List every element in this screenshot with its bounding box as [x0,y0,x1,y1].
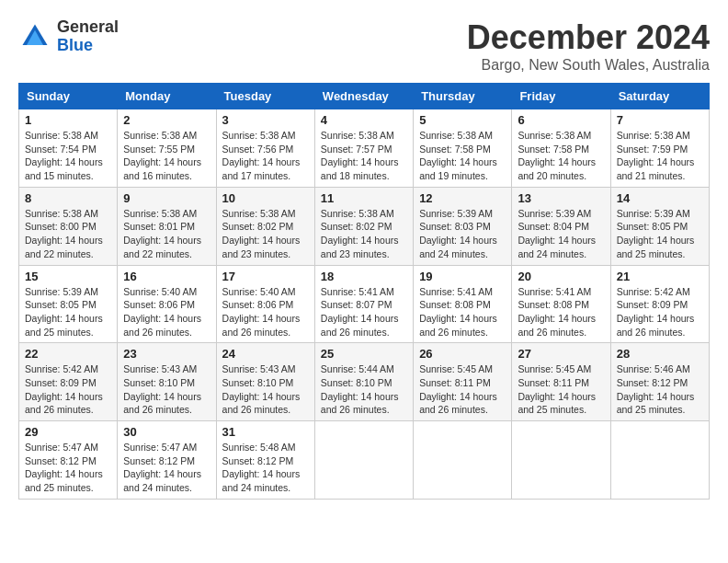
table-row: 25 Sunrise: 5:44 AMSunset: 8:10 PMDaylig… [314,343,413,421]
table-row: 20 Sunrise: 5:41 AMSunset: 8:08 PMDaylig… [512,265,610,343]
day-number: 6 [518,113,604,127]
day-info: Sunrise: 5:38 AMSunset: 8:01 PMDaylight:… [123,207,210,261]
calendar-table: Sunday Monday Tuesday Wednesday Thursday… [18,83,710,500]
table-row: 28 Sunrise: 5:46 AMSunset: 8:12 PMDaylig… [610,343,709,421]
day-info: Sunrise: 5:38 AMSunset: 7:58 PMDaylight:… [419,129,506,183]
day-number: 15 [25,270,111,283]
day-number: 16 [123,270,210,283]
day-info: Sunrise: 5:45 AMSunset: 8:11 PMDaylight:… [419,362,506,417]
month-title: December 2024 [467,18,710,57]
day-info: Sunrise: 5:39 AMSunset: 8:04 PMDaylight:… [518,207,604,261]
day-number: 26 [419,347,506,361]
table-row: 9 Sunrise: 5:38 AMSunset: 8:01 PMDayligh… [118,187,216,265]
day-number: 29 [25,425,111,439]
day-info: Sunrise: 5:48 AMSunset: 8:12 PMDaylight:… [222,441,309,495]
table-row: 6 Sunrise: 5:38 AMSunset: 7:58 PMDayligh… [512,109,610,188]
day-number: 4 [321,113,407,127]
logo-text: General Blue [57,18,119,55]
table-row: 23 Sunrise: 5:43 AMSunset: 8:10 PMDaylig… [118,343,216,421]
day-number: 5 [419,113,506,127]
page-header: General Blue December 2024 Bargo, New So… [18,18,710,74]
day-number: 11 [321,191,407,205]
day-info: Sunrise: 5:46 AMSunset: 8:12 PMDaylight:… [617,362,703,417]
logo: General Blue [18,18,119,55]
table-row [610,421,709,500]
table-row: 15 Sunrise: 5:39 AMSunset: 8:05 PMDaylig… [19,265,118,343]
day-number: 9 [123,191,210,205]
header-sunday: Sunday [19,84,118,109]
day-number: 8 [25,191,111,205]
logo-general: General [57,18,119,37]
day-info: Sunrise: 5:39 AMSunset: 8:03 PMDaylight:… [419,207,506,261]
day-number: 20 [518,270,604,283]
day-number: 24 [222,347,309,361]
day-number: 22 [25,347,111,361]
day-info: Sunrise: 5:47 AMSunset: 8:12 PMDaylight:… [25,441,111,495]
table-row: 29 Sunrise: 5:47 AMSunset: 8:12 PMDaylig… [19,421,118,500]
table-row: 30 Sunrise: 5:47 AMSunset: 8:12 PMDaylig… [118,421,216,500]
day-number: 31 [222,425,309,439]
table-row: 8 Sunrise: 5:38 AMSunset: 8:00 PMDayligh… [19,187,118,265]
table-row: 21 Sunrise: 5:42 AMSunset: 8:09 PMDaylig… [610,265,709,343]
table-row [414,421,512,500]
table-row: 27 Sunrise: 5:45 AMSunset: 8:11 PMDaylig… [512,343,610,421]
table-row: 1 Sunrise: 5:38 AMSunset: 7:54 PMDayligh… [19,109,118,188]
header-thursday: Thursday [414,84,512,109]
day-number: 12 [419,191,506,205]
day-number: 25 [321,347,407,361]
table-row: 17 Sunrise: 5:40 AMSunset: 8:06 PMDaylig… [216,265,314,343]
calendar-week-row: 29 Sunrise: 5:47 AMSunset: 8:12 PMDaylig… [19,421,710,500]
day-info: Sunrise: 5:43 AMSunset: 8:10 PMDaylight:… [123,362,210,417]
day-info: Sunrise: 5:43 AMSunset: 8:10 PMDaylight:… [222,362,309,417]
table-row: 19 Sunrise: 5:41 AMSunset: 8:08 PMDaylig… [414,265,512,343]
table-row [314,421,413,500]
header-monday: Monday [118,84,216,109]
table-row: 14 Sunrise: 5:39 AMSunset: 8:05 PMDaylig… [610,187,709,265]
calendar-week-row: 8 Sunrise: 5:38 AMSunset: 8:00 PMDayligh… [19,187,710,265]
header-saturday: Saturday [610,84,709,109]
day-info: Sunrise: 5:38 AMSunset: 7:54 PMDaylight:… [25,129,111,183]
day-number: 7 [617,113,703,127]
day-info: Sunrise: 5:38 AMSunset: 7:55 PMDaylight:… [123,129,210,183]
weekday-header-row: Sunday Monday Tuesday Wednesday Thursday… [19,84,710,109]
logo-icon [18,20,51,53]
table-row: 16 Sunrise: 5:40 AMSunset: 8:06 PMDaylig… [118,265,216,343]
day-info: Sunrise: 5:38 AMSunset: 8:02 PMDaylight:… [321,207,407,261]
day-number: 13 [518,191,604,205]
day-info: Sunrise: 5:40 AMSunset: 8:06 PMDaylight:… [123,285,210,339]
day-number: 14 [617,191,703,205]
day-number: 19 [419,270,506,283]
day-number: 30 [123,425,210,439]
calendar-week-row: 15 Sunrise: 5:39 AMSunset: 8:05 PMDaylig… [19,265,710,343]
day-number: 27 [518,347,604,361]
table-row: 22 Sunrise: 5:42 AMSunset: 8:09 PMDaylig… [19,343,118,421]
table-row: 26 Sunrise: 5:45 AMSunset: 8:11 PMDaylig… [414,343,512,421]
header-tuesday: Tuesday [216,84,314,109]
table-row: 12 Sunrise: 5:39 AMSunset: 8:03 PMDaylig… [414,187,512,265]
header-wednesday: Wednesday [314,84,413,109]
table-row: 2 Sunrise: 5:38 AMSunset: 7:55 PMDayligh… [118,109,216,188]
table-row [512,421,610,500]
table-row: 24 Sunrise: 5:43 AMSunset: 8:10 PMDaylig… [216,343,314,421]
day-number: 23 [123,347,210,361]
day-info: Sunrise: 5:39 AMSunset: 8:05 PMDaylight:… [25,285,111,339]
table-row: 4 Sunrise: 5:38 AMSunset: 7:57 PMDayligh… [314,109,413,188]
day-info: Sunrise: 5:44 AMSunset: 8:10 PMDaylight:… [321,362,407,417]
day-info: Sunrise: 5:41 AMSunset: 8:07 PMDaylight:… [321,285,407,339]
location-subtitle: Bargo, New South Wales, Australia [467,57,710,74]
calendar-week-row: 22 Sunrise: 5:42 AMSunset: 8:09 PMDaylig… [19,343,710,421]
day-info: Sunrise: 5:38 AMSunset: 8:00 PMDaylight:… [25,207,111,261]
day-number: 17 [222,270,309,283]
day-info: Sunrise: 5:42 AMSunset: 8:09 PMDaylight:… [617,285,703,339]
day-info: Sunrise: 5:40 AMSunset: 8:06 PMDaylight:… [222,285,309,339]
table-row: 3 Sunrise: 5:38 AMSunset: 7:56 PMDayligh… [216,109,314,188]
day-info: Sunrise: 5:38 AMSunset: 7:57 PMDaylight:… [321,129,407,183]
table-row: 31 Sunrise: 5:48 AMSunset: 8:12 PMDaylig… [216,421,314,500]
day-number: 1 [25,113,111,127]
table-row: 7 Sunrise: 5:38 AMSunset: 7:59 PMDayligh… [610,109,709,188]
day-info: Sunrise: 5:41 AMSunset: 8:08 PMDaylight:… [419,285,506,339]
table-row: 5 Sunrise: 5:38 AMSunset: 7:58 PMDayligh… [414,109,512,188]
header-friday: Friday [512,84,610,109]
day-info: Sunrise: 5:39 AMSunset: 8:05 PMDaylight:… [617,207,703,261]
day-info: Sunrise: 5:38 AMSunset: 7:58 PMDaylight:… [518,129,604,183]
